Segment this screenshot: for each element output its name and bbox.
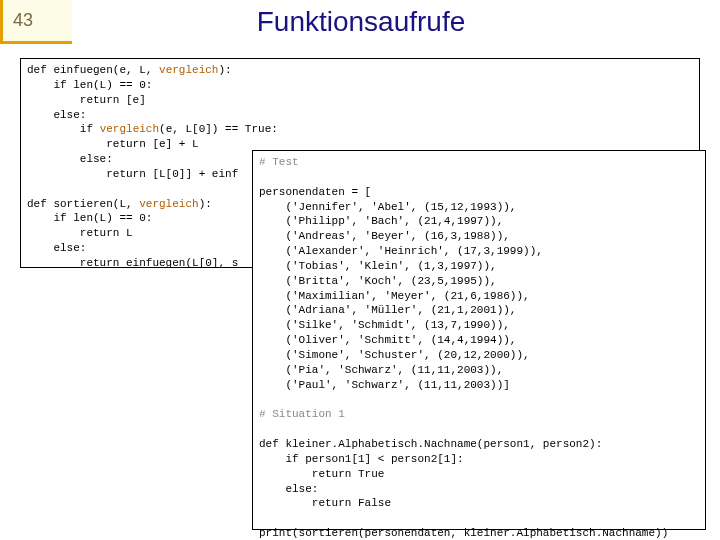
- code-line: return [e]: [27, 94, 146, 106]
- code-line: ('Maximilian', 'Meyer', (21,6,1986)),: [259, 290, 530, 302]
- code-line: # Situation 1: [259, 408, 345, 420]
- code-line: ('Andreas', 'Beyer', (16,3,1988)),: [259, 230, 510, 242]
- code-line: def einfuegen(e, L, vergleich):: [27, 64, 232, 76]
- code-line: return einfuegen(L[0], s: [27, 257, 238, 269]
- slide-number-box: 43: [0, 0, 72, 44]
- code-line: return False: [259, 497, 391, 509]
- code-box-right: # Test personendaten = [ ('Jennifer', 'A…: [252, 150, 706, 530]
- slide-title: Funktionsaufrufe: [72, 0, 720, 44]
- code-line: ('Jennifer', 'Abel', (15,12,1993)),: [259, 201, 516, 213]
- code-line: if len(L) == 0:: [27, 212, 152, 224]
- code-line: # Test: [259, 156, 299, 168]
- code-line: else:: [259, 483, 318, 495]
- code-line: ('Silke', 'Schmidt', (13,7,1990)),: [259, 319, 510, 331]
- code-line: else:: [27, 242, 86, 254]
- code-line: return [L[0]] + einf: [27, 168, 238, 180]
- code-line: ('Britta', 'Koch', (23,5,1995)),: [259, 275, 497, 287]
- code-line: ('Philipp', 'Bach', (21,4,1997)),: [259, 215, 503, 227]
- code-line: if len(L) == 0:: [27, 79, 152, 91]
- code-line: def sortieren(L, vergleich):: [27, 198, 212, 210]
- code-line: print(sortieren(personendaten, kleiner.A…: [259, 527, 668, 539]
- code-line: ('Simone', 'Schuster', (20,12,2000)),: [259, 349, 530, 361]
- code-line: personendaten = [: [259, 186, 371, 198]
- code-line: return True: [259, 468, 384, 480]
- slide-header: 43 Funktionsaufrufe: [0, 0, 720, 44]
- code-line: ('Pia', 'Schwarz', (11,11,2003)),: [259, 364, 503, 376]
- code-line: ('Tobias', 'Klein', (1,3,1997)),: [259, 260, 497, 272]
- code-line: ('Adriana', 'Müller', (21,1,2001)),: [259, 304, 516, 316]
- code-line: ('Oliver', 'Schmitt', (14,4,1994)),: [259, 334, 516, 346]
- code-line: def kleiner.Alphabetisch.Nachname(person…: [259, 438, 602, 450]
- code-line: return [e] + L: [27, 138, 199, 150]
- slide-number: 43: [13, 10, 33, 31]
- code-line: if vergleich(e, L[0]) == True:: [27, 123, 278, 135]
- code-line: ('Paul', 'Schwarz', (11,11,2003))]: [259, 379, 510, 391]
- code-line: return L: [27, 227, 133, 239]
- code-line: ('Alexander', 'Heinrich', (17,3,1999)),: [259, 245, 543, 257]
- code-line: else:: [27, 109, 86, 121]
- code-line: if person1[1] < person2[1]:: [259, 453, 464, 465]
- code-line: else:: [27, 153, 113, 165]
